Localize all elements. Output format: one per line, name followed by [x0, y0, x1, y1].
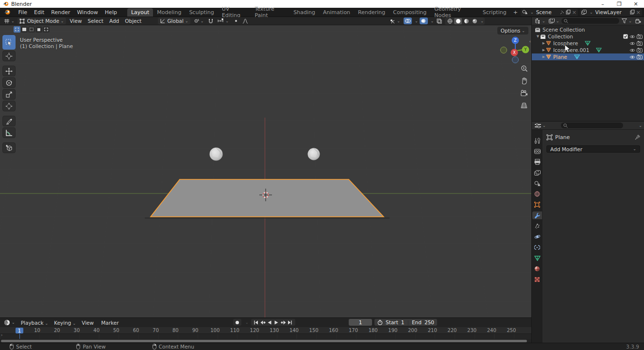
tab-output[interactable] [532, 158, 542, 166]
workspace-tab[interactable]: Rendering [354, 8, 389, 17]
camera-view-button[interactable] [520, 88, 528, 97]
render-camera-icon[interactable] [637, 41, 643, 46]
hide-eye-icon[interactable] [629, 35, 635, 39]
proportional-falloff-selector[interactable] [241, 18, 249, 24]
workspace-tab[interactable]: Animation [319, 8, 354, 17]
current-frame-indicator[interactable]: 1 [16, 328, 23, 333]
tool-rotate[interactable] [2, 77, 16, 88]
tool-measure[interactable] [2, 127, 16, 138]
current-frame-field[interactable]: 1 [349, 319, 372, 326]
tool-add-cube[interactable] [2, 142, 16, 153]
add-workspace-button[interactable]: + [510, 9, 521, 16]
maximize-button[interactable]: ❐ [611, 0, 627, 8]
workspace-tab[interactable]: Layout [127, 8, 153, 17]
menu-item[interactable]: Help [102, 8, 120, 17]
tab-modifiers[interactable] [532, 211, 542, 219]
menu-item[interactable]: File [15, 8, 31, 17]
options-dropdown[interactable]: Options ⌄ [497, 27, 528, 35]
outliner-row-icosphere[interactable]: ▶ Icosphere [532, 40, 644, 47]
viewport-menu-item[interactable]: View [67, 18, 85, 24]
breadcrumb-object-name[interactable]: Plane [555, 134, 570, 140]
chevron-down-icon[interactable]: ⌄ [431, 19, 434, 23]
scene-selector[interactable]: ⌄ Scene × [521, 9, 578, 16]
timeline-menu-item[interactable]: Keying⌄ [51, 319, 79, 326]
auto-key-button[interactable] [233, 319, 241, 326]
toggle-xray-button[interactable] [435, 18, 443, 24]
viewport-menu-item[interactable]: Select [85, 18, 106, 24]
tab-material[interactable] [532, 265, 542, 273]
outliner-row-scene-collection[interactable]: Scene Collection [532, 26, 644, 33]
outliner-editor-type-button[interactable]: ⌄ [534, 18, 546, 24]
unlink-scene-icon[interactable]: × [572, 9, 576, 16]
tab-render[interactable] [532, 147, 542, 155]
tool-cursor[interactable] [2, 51, 16, 61]
outliner-search-input[interactable] [561, 18, 619, 24]
close-button[interactable]: ✕ [627, 0, 644, 8]
tab-object-data[interactable] [532, 254, 542, 262]
sidebar-toggle[interactable]: ‹ [529, 39, 531, 44]
timeline-menu-item[interactable]: Marker [98, 319, 123, 326]
hide-eye-icon[interactable] [629, 48, 635, 52]
new-collection-button[interactable] [634, 18, 642, 24]
disclosure-triangle-icon[interactable]: ▶ [542, 55, 546, 59]
tab-texture[interactable] [532, 276, 542, 283]
minimize-button[interactable]: – [594, 0, 611, 8]
tab-constraints[interactable] [532, 244, 542, 251]
select-mode-invert[interactable] [35, 26, 42, 33]
select-mode-subtract[interactable] [28, 26, 35, 33]
pivot-point-selector[interactable]: ⌄ [191, 18, 206, 24]
end-value[interactable]: 250 [424, 319, 434, 325]
menu-item[interactable]: Edit [31, 8, 48, 17]
tool-move[interactable] [2, 66, 16, 76]
select-mode-intersect[interactable] [43, 26, 50, 33]
hide-eye-icon[interactable] [629, 55, 635, 59]
play-reverse-button[interactable] [267, 319, 273, 325]
tab-tool[interactable] [532, 137, 542, 144]
workspace-tab[interactable]: Modeling [153, 8, 185, 17]
tab-world[interactable] [532, 190, 542, 198]
tab-physics[interactable] [532, 233, 542, 241]
disclosure-triangle-icon[interactable]: ▶ [542, 48, 546, 52]
shading-solid-button[interactable] [454, 18, 462, 24]
tool-select-box[interactable] [2, 35, 16, 50]
outliner-filter-button[interactable]: ⌄ [621, 18, 633, 24]
tab-view-layer[interactable] [532, 169, 542, 176]
new-view-layer-icon[interactable] [630, 10, 635, 15]
prev-keyframe-button[interactable] [260, 319, 266, 325]
ortho-toggle-button[interactable] [520, 101, 528, 109]
timeline-menu-item[interactable]: Playback⌄ [18, 319, 51, 326]
overlays-toggle[interactable] [404, 18, 412, 24]
zoom-tool-button[interactable] [520, 64, 528, 73]
tab-scene[interactable] [532, 179, 542, 187]
outliner-display-mode-button[interactable]: ⌄ [548, 18, 560, 24]
properties-editor-type-button[interactable]: ⌄ [534, 122, 547, 129]
render-camera-icon[interactable] [637, 54, 643, 59]
shading-material-button[interactable] [462, 18, 470, 24]
auto-key-dropdown-icon[interactable]: ⌄ [245, 320, 249, 325]
tab-particles[interactable] [532, 222, 542, 230]
next-keyframe-button[interactable] [280, 319, 287, 325]
workspace-tab[interactable]: Scripting [479, 8, 510, 17]
snap-target-selector[interactable]: ⌄ [216, 18, 231, 24]
shading-wireframe-button[interactable] [446, 18, 454, 24]
tool-annotate[interactable] [2, 116, 16, 126]
hide-eye-icon[interactable] [629, 41, 635, 46]
snap-toggle[interactable] [206, 18, 215, 24]
tool-scale[interactable] [2, 89, 16, 100]
tab-object[interactable] [532, 201, 542, 209]
render-camera-icon[interactable] [637, 48, 643, 52]
viewport-3d[interactable]: Z Y X [0, 25, 531, 317]
pan-tool-button[interactable] [520, 76, 528, 85]
menu-item[interactable]: Render [48, 8, 73, 17]
outliner-row-collection[interactable]: ▼ Collection [532, 33, 644, 40]
chevron-down-icon[interactable]: ⌄ [415, 19, 418, 23]
viewport-menu-item[interactable]: Add [106, 18, 122, 24]
mode-selector[interactable]: Object Mode ⌄ [17, 18, 66, 24]
timeline-menu-item[interactable]: View [79, 319, 98, 326]
jump-to-start-button[interactable] [253, 319, 259, 325]
timeline-expand-arrow[interactable]: › [1, 333, 2, 337]
menu-item[interactable]: Window [73, 8, 101, 17]
new-scene-icon[interactable] [566, 10, 571, 15]
start-value[interactable]: 1 [401, 319, 405, 325]
outliner-row-plane[interactable]: ▶ Plane [532, 53, 644, 60]
